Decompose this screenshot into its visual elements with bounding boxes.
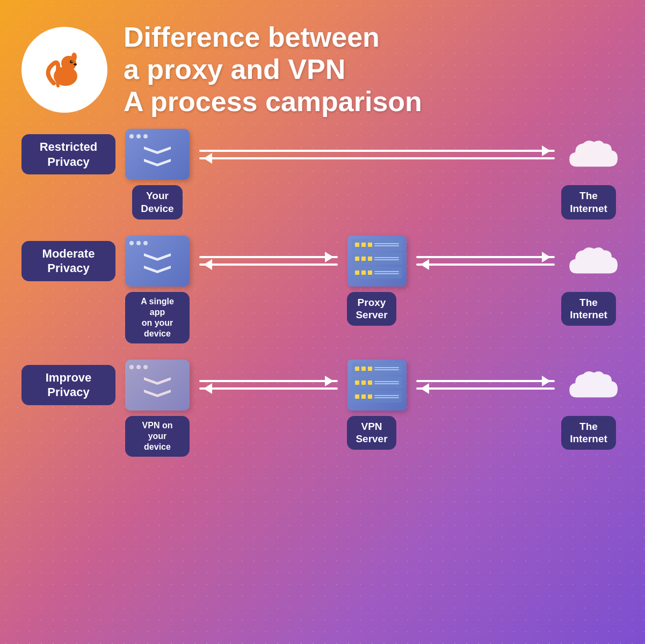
- internet-label-moderate: The Internet: [561, 292, 616, 326]
- single-app-label: A single app on your device: [125, 292, 190, 343]
- server-icon-proxy: [347, 236, 407, 287]
- arrows-proxy-to-internet: [407, 256, 564, 266]
- vpn-server-sublabel: VPN Server: [342, 416, 401, 450]
- moderate-privacy-badge: Moderate Privacy: [21, 241, 115, 281]
- diagram-container: Restricted Privacy: [21, 129, 624, 467]
- arrows-device-to-proxy: [190, 256, 347, 266]
- logo-icon: [38, 43, 91, 97]
- svg-point-2: [71, 53, 77, 61]
- vpn-server-block: [347, 360, 407, 411]
- internet-sublabel-restricted: The Internet: [554, 185, 624, 219]
- proxy-server-label: Proxy Server: [347, 292, 396, 326]
- logo-circle: [21, 27, 107, 113]
- arrows-vpn-to-internet: [407, 380, 564, 390]
- browser-icon-moderate: [125, 236, 190, 287]
- svg-point-4: [71, 61, 73, 62]
- svg-point-3: [70, 60, 73, 63]
- svg-point-5: [74, 63, 77, 65]
- sublabels-moderate: A single app on your device Proxy Server…: [21, 292, 624, 343]
- cloud-block-improve: [564, 365, 624, 405]
- background: Difference between a proxy and VPN A pro…: [0, 0, 645, 644]
- device-sublabel-improve: VPN on your device: [125, 416, 190, 457]
- main-title: Difference between a proxy and VPN A pro…: [124, 21, 422, 118]
- cloud-icon-restricted: [564, 134, 624, 174]
- row-moderate: Moderate Privacy: [21, 236, 624, 287]
- row-restricted: Restricted Privacy: [21, 129, 624, 180]
- vpn-device-label: VPN on your device: [125, 416, 190, 457]
- proxy-sublabel: Proxy Server: [342, 292, 401, 326]
- internet-label-restricted: The Internet: [561, 185, 616, 219]
- privacy-label-restricted: Restricted Privacy: [21, 134, 115, 174]
- server-icon-vpn: [347, 360, 407, 411]
- header: Difference between a proxy and VPN A pro…: [21, 21, 624, 118]
- cloud-block-restricted: [564, 134, 624, 174]
- internet-label-improve: The Internet: [561, 416, 616, 450]
- your-device-label: Your Device: [132, 185, 182, 219]
- internet-sublabel-improve: The Internet: [554, 416, 624, 450]
- sublabels-restricted: Your Device The Internet: [21, 185, 624, 219]
- browser-icon-improve: [125, 360, 190, 411]
- device-block-restricted: [125, 129, 190, 180]
- device-sublabel-restricted: Your Device: [125, 185, 190, 219]
- arrows-device-to-vpn: [190, 380, 347, 390]
- row-improve: Improve Privacy: [21, 360, 624, 411]
- improve-privacy-badge: Improve Privacy: [21, 365, 115, 405]
- cloud-block-moderate: [564, 241, 624, 281]
- proxy-server-block: [347, 236, 407, 287]
- device-block-improve: [125, 360, 190, 411]
- browser-icon-restricted: [125, 129, 190, 180]
- arrows-restricted: [190, 150, 564, 159]
- cloud-icon-improve: [564, 365, 624, 405]
- device-sublabel-moderate: A single app on your device: [125, 292, 190, 343]
- internet-sublabel-moderate: The Internet: [554, 292, 624, 326]
- cloud-icon-moderate: [564, 241, 624, 281]
- privacy-label-moderate: Moderate Privacy: [21, 241, 115, 281]
- restricted-privacy-badge: Restricted Privacy: [21, 134, 115, 174]
- privacy-label-improve: Improve Privacy: [21, 365, 115, 405]
- sublabels-improve: VPN on your device VPN Server The Intern…: [21, 416, 624, 457]
- device-block-moderate: [125, 236, 190, 287]
- title-block: Difference between a proxy and VPN A pro…: [124, 21, 422, 118]
- vpn-server-label: VPN Server: [347, 416, 396, 450]
